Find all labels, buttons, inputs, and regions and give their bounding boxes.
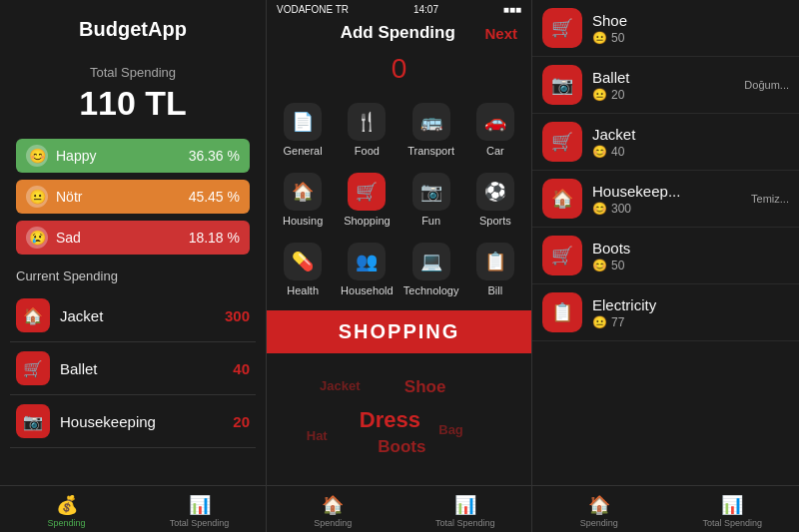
- happy-percent: 36.36 %: [189, 148, 240, 164]
- ballet-name: Ballet: [60, 360, 233, 377]
- food-icon: 🍴: [348, 103, 386, 141]
- status-battery: ■■■: [503, 4, 521, 15]
- category-shopping[interactable]: 🛒 Shopping: [335, 165, 399, 235]
- boots-mood-icon: 😊: [592, 259, 607, 272]
- panel3-nav-total[interactable]: 📊 Total Spending: [666, 494, 800, 528]
- jacket-mood-icon: 😊: [592, 145, 607, 159]
- mood-bars-container: 😊 Happy 36.36 % 😐 Nötr 45.45 % 😢 Sad 18.…: [0, 139, 266, 255]
- housing-label: Housing: [283, 215, 323, 227]
- status-time: 14:07: [413, 4, 438, 15]
- bill-label: Bill: [488, 284, 503, 296]
- housekeeping-amount: 20: [233, 413, 250, 430]
- housekeeping-note: Temiz...: [751, 193, 789, 205]
- spending-item-jacket[interactable]: 🏠 Jacket 300: [10, 289, 256, 342]
- panel2-home-icon: 🏠: [322, 494, 344, 516]
- ballet-mood-icon: 😐: [592, 88, 607, 102]
- fun-icon: 📷: [412, 173, 450, 211]
- shoe-mood-icon: 😐: [592, 31, 607, 45]
- technology-icon: 💻: [412, 243, 450, 280]
- car-label: Car: [486, 145, 504, 157]
- list-item-boots[interactable]: 🛒 Boots 😊 50: [532, 228, 799, 284]
- category-housing[interactable]: 🏠 Housing: [271, 165, 335, 235]
- panel-detail-list: 🛒 Shoe 😐 50 📷 Ballet 😐 20 Doğum... �: [532, 0, 799, 532]
- category-general[interactable]: 📄 General: [271, 95, 335, 165]
- panel2-spending-label: Spending: [314, 518, 352, 528]
- sad-percent: 18.18 %: [189, 230, 240, 246]
- status-bar: VODAFONE TR 14:07 ■■■: [267, 0, 531, 17]
- shoe-icon: 🛒: [542, 8, 582, 48]
- sports-label: Sports: [479, 215, 511, 227]
- shoe-name: Shoe: [592, 12, 789, 29]
- nav-total-spending[interactable]: 📊 Total Spending: [133, 494, 266, 528]
- category-bill[interactable]: 📋 Bill: [463, 235, 527, 304]
- panel2-bottom-nav: 🏠 Spending 📊 Total Spending: [267, 485, 531, 532]
- health-label: Health: [287, 284, 319, 296]
- electricity-icon-p3: 📋: [542, 292, 582, 332]
- category-transport[interactable]: 🚌 Transport: [400, 95, 463, 165]
- household-label: Household: [341, 284, 394, 296]
- boots-icon-p3: 🛒: [542, 236, 582, 275]
- list-item-jacket[interactable]: 🛒 Jacket 😊 40: [532, 114, 799, 171]
- panel3-chart-icon: 📊: [721, 494, 743, 516]
- word-hat: Hat: [307, 428, 328, 443]
- list-item-ballet[interactable]: 📷 Ballet 😐 20 Doğum...: [532, 57, 799, 114]
- sports-icon: ⚽: [476, 173, 514, 211]
- electricity-mood-icon: 😐: [592, 315, 607, 329]
- list-item-housekeeping[interactable]: 🏠 Housekeep... 😊 300 Temiz...: [532, 171, 799, 228]
- mood-happy[interactable]: 😊 Happy 36.36 %: [16, 139, 250, 173]
- jacket-amount: 300: [225, 307, 250, 324]
- bill-icon: 📋: [476, 243, 514, 280]
- category-food[interactable]: 🍴 Food: [335, 95, 399, 165]
- next-button[interactable]: Next: [484, 25, 517, 42]
- total-amount: 110 TL: [0, 84, 266, 123]
- current-spending-label: Current Spending: [0, 255, 266, 289]
- category-household[interactable]: 👥 Household: [335, 235, 399, 304]
- spending-amount-input[interactable]: 0: [267, 53, 531, 85]
- spending-nav-icon: 💰: [56, 494, 78, 516]
- health-icon: 💊: [284, 243, 322, 280]
- panel2-nav-spending[interactable]: 🏠 Spending: [267, 494, 400, 528]
- housekeeping-icon-p3: 🏠: [542, 179, 582, 219]
- word-cloud: Jacket Shoe Dress Boots Bag Hat: [267, 359, 531, 485]
- spending-nav-label: Spending: [47, 518, 85, 528]
- shopping-label: Shopping: [344, 215, 391, 227]
- housekeeping-mood-icon: 😊: [592, 202, 607, 216]
- panel1-bottom-nav: 💰 Spending 📊 Total Spending: [0, 485, 266, 532]
- happy-label: Happy: [56, 148, 96, 164]
- jacket-name-p3: Jacket: [592, 126, 789, 143]
- panel-budget-app: BudgetApp Total Spending 110 TL 😊 Happy …: [0, 0, 267, 532]
- word-jacket: Jacket: [320, 378, 360, 393]
- list-item-shoe[interactable]: 🛒 Shoe 😐 50: [532, 0, 799, 57]
- food-label: Food: [355, 145, 380, 157]
- total-spending-label: Total Spending: [0, 65, 266, 80]
- panel3-total-label: Total Spending: [702, 518, 762, 528]
- nav-spending[interactable]: 💰 Spending: [0, 494, 133, 528]
- neutral-label: Nötr: [56, 189, 82, 205]
- sad-icon: 😢: [26, 227, 48, 249]
- category-fun[interactable]: 📷 Fun: [400, 165, 463, 235]
- ballet-icon-p3: 📷: [542, 65, 582, 105]
- spending-item-housekeeping[interactable]: 📷 Housekeeping 20: [10, 395, 256, 448]
- list-item-electricity[interactable]: 📋 Electricity 😐 77: [532, 284, 799, 341]
- housing-icon: 🏠: [284, 173, 322, 211]
- mood-neutral[interactable]: 😐 Nötr 45.45 %: [16, 180, 250, 214]
- spending-item-ballet[interactable]: 🛒 Ballet 40: [10, 342, 256, 395]
- category-car[interactable]: 🚗 Car: [463, 95, 527, 165]
- electricity-sub-amount: 77: [611, 315, 624, 329]
- general-icon: 📄: [284, 103, 322, 141]
- shopping-icon: 🛒: [348, 173, 386, 211]
- ballet-sub-amount: 20: [611, 88, 624, 102]
- panel2-nav-total[interactable]: 📊 Total Spending: [400, 494, 532, 528]
- mood-sad[interactable]: 😢 Sad 18.18 %: [16, 221, 250, 255]
- panel3-nav-spending[interactable]: 🏠 Spending: [532, 494, 666, 528]
- electricity-name-p3: Electricity: [592, 296, 789, 313]
- category-technology[interactable]: 💻 Technology: [400, 235, 463, 304]
- boots-name-p3: Boots: [592, 240, 789, 257]
- jacket-icon-p3: 🛒: [542, 122, 582, 162]
- ballet-name-p3: Ballet: [592, 69, 732, 86]
- happy-icon: 😊: [26, 145, 48, 167]
- word-shoe: Shoe: [404, 377, 446, 397]
- category-health[interactable]: 💊 Health: [271, 235, 335, 304]
- jacket-icon: 🏠: [16, 298, 50, 332]
- category-sports[interactable]: ⚽ Sports: [463, 165, 527, 235]
